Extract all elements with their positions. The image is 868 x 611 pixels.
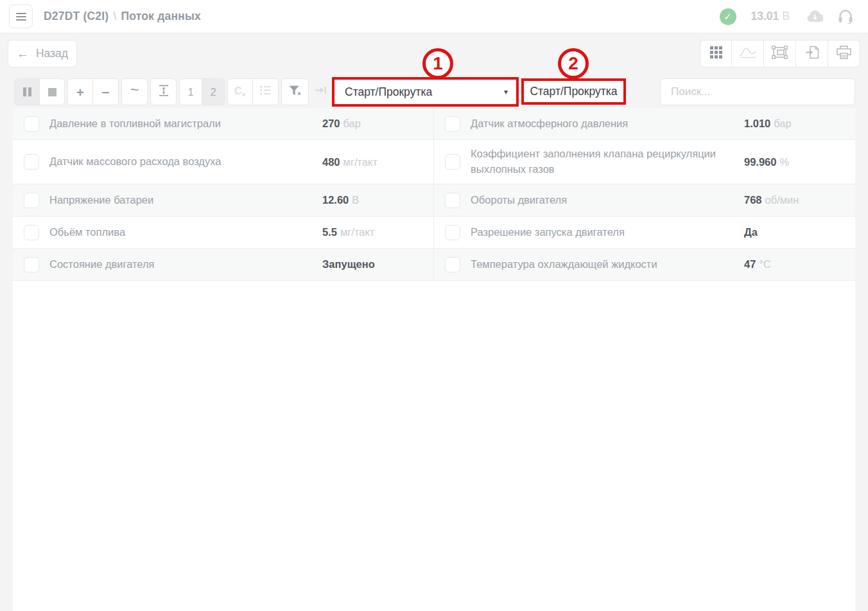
cloud-download-icon[interactable]	[807, 10, 823, 22]
back-label: Назад	[36, 47, 68, 60]
search-input[interactable]	[660, 78, 855, 105]
voltage-unit: В	[782, 10, 790, 22]
row-checkbox[interactable]	[24, 154, 39, 170]
page-2-button[interactable]: 2	[202, 78, 225, 105]
row-checkbox[interactable]	[445, 116, 460, 132]
hamburger-icon	[16, 13, 26, 14]
param-cell: Датчик атмосферного давления 1.010бар	[434, 108, 855, 139]
param-value: 270бар	[322, 118, 433, 130]
breadcrumb: D27DT (C2I)\Поток данных	[44, 10, 201, 23]
row-checkbox[interactable]	[445, 154, 460, 170]
table-row: Датчик массового расхода воздуха 480мг/т…	[13, 140, 855, 184]
zoom-in-button[interactable]: +	[67, 78, 93, 105]
stream-controls-row: + − ~ 1 2	[14, 78, 626, 107]
table-row: Напряжение батареи 12.60В Обороты двигат…	[13, 184, 855, 217]
param-value: Запущено	[322, 258, 433, 270]
chart-view-button[interactable]	[732, 40, 764, 67]
battery-voltage-indicator: 13.01В	[751, 10, 790, 23]
smoothing-button[interactable]: ~	[121, 78, 148, 105]
zoom-group: + −	[67, 78, 119, 105]
row-checkbox[interactable]	[24, 193, 39, 208]
row-checkbox[interactable]	[445, 193, 460, 208]
param-cell: Датчик массового расхода воздуха 480мг/т…	[13, 140, 434, 184]
hamburger-menu-button[interactable]	[9, 4, 33, 28]
chevron-down-icon: ▾	[504, 87, 508, 96]
grid-view-button[interactable]	[700, 40, 732, 67]
row-checkbox[interactable]	[445, 257, 460, 272]
param-cell: Обороты двигателя 768об/мин	[434, 184, 855, 216]
param-value: 5.5мг/такт	[322, 226, 433, 238]
list-button[interactable]	[252, 78, 279, 105]
breadcrumb-device: D27DT (C2I)	[44, 10, 108, 22]
annotation-box-2: Старт/Прокрутка	[521, 78, 626, 105]
filter-icon	[289, 85, 302, 99]
param-label: Обороты двигателя	[471, 193, 744, 208]
auto-scale-button[interactable]	[150, 78, 177, 105]
param-label: Коэффициент заполнения клапана рециркуля…	[471, 146, 744, 177]
headphones-icon[interactable]	[838, 9, 853, 24]
top-bar: D27DT (C2I)\Поток данных ✓ 13.01В	[0, 0, 868, 33]
table-row: Давление в топливной магистрали 270бар Д…	[13, 108, 855, 140]
clear-values-button[interactable]: C×	[227, 78, 253, 105]
search-box	[660, 78, 855, 105]
param-label: Датчик атмосферного давления	[471, 116, 744, 132]
row-checkbox[interactable]	[445, 225, 460, 240]
param-label: Напряжение батареи	[49, 193, 322, 208]
line-chart-icon	[739, 46, 756, 61]
param-value: 1.010бар	[744, 118, 855, 130]
zoom-out-button[interactable]: −	[92, 78, 119, 105]
param-value: Да	[744, 226, 855, 238]
plus-icon: +	[76, 85, 84, 99]
param-label: Давление в топливной магистрали	[49, 116, 322, 132]
page-1-label: 1	[187, 86, 193, 98]
row-checkbox[interactable]	[24, 116, 39, 132]
param-value: 99.960%	[744, 156, 855, 168]
group-selector-dropdown[interactable]: Старт/Прокрутка ▾	[334, 80, 516, 104]
param-cell: Разрешение запуска двигателя Да	[434, 217, 855, 248]
toolbar-strip: ← Назад	[0, 33, 868, 108]
table-row: Состояние двигателя Запущено Температура…	[13, 249, 855, 281]
group-selector-value: Старт/Прокрутка	[345, 85, 432, 99]
stop-button[interactable]	[39, 78, 65, 105]
page-1-button[interactable]: 1	[179, 78, 202, 105]
breadcrumb-page: Поток данных	[121, 10, 201, 22]
topbar-status-area: ✓ 13.01В	[720, 8, 853, 25]
group-title-label: Старт/Прокрутка	[530, 85, 617, 98]
export-button[interactable]	[796, 40, 828, 67]
param-value: 480мг/такт	[322, 156, 433, 168]
callout-2-badge: 2	[558, 48, 589, 79]
row-checkbox[interactable]	[24, 257, 39, 272]
clear-icon: C×	[234, 85, 246, 98]
reset-group: C×	[227, 78, 279, 105]
pause-button[interactable]	[14, 78, 40, 105]
param-value: 47°C	[744, 258, 855, 270]
param-label: Состояние двигателя	[49, 257, 322, 272]
clear-filter-button[interactable]	[281, 78, 309, 105]
breadcrumb-separator: \	[108, 10, 121, 22]
playback-group	[14, 78, 65, 105]
back-button[interactable]: ← Назад	[8, 40, 77, 67]
param-cell: Температура охлаждающей жидкости 47°C	[434, 249, 855, 280]
export-document-icon	[805, 46, 819, 62]
table-row: Обьём топлива 5.5мг/такт Разрешение запу…	[13, 217, 855, 249]
annotation-box-1: Старт/Прокрутка ▾	[332, 77, 519, 107]
wave-icon: ~	[130, 85, 139, 98]
back-arrow-icon: ←	[17, 47, 29, 61]
view-mode-group	[700, 40, 860, 67]
selection-view-button[interactable]	[764, 40, 796, 67]
callout-1-badge: 1	[422, 48, 453, 79]
go-to-end-button[interactable]	[311, 78, 329, 105]
pause-icon	[23, 87, 31, 96]
param-cell: Коэффициент заполнения клапана рециркуля…	[434, 140, 855, 184]
param-value: 768об/мин	[744, 194, 855, 206]
grid-view-icon	[710, 46, 722, 61]
stop-icon	[48, 88, 56, 96]
param-cell: Обьём топлива 5.5мг/такт	[13, 217, 434, 248]
selection-frame-icon	[772, 46, 788, 62]
page-group: 1 2	[179, 78, 225, 105]
height-scale-icon	[159, 85, 169, 100]
arrow-to-bar-icon	[315, 85, 327, 98]
row-checkbox[interactable]	[24, 225, 39, 240]
print-button[interactable]	[828, 40, 860, 67]
param-cell: Напряжение батареи 12.60В	[13, 184, 434, 216]
